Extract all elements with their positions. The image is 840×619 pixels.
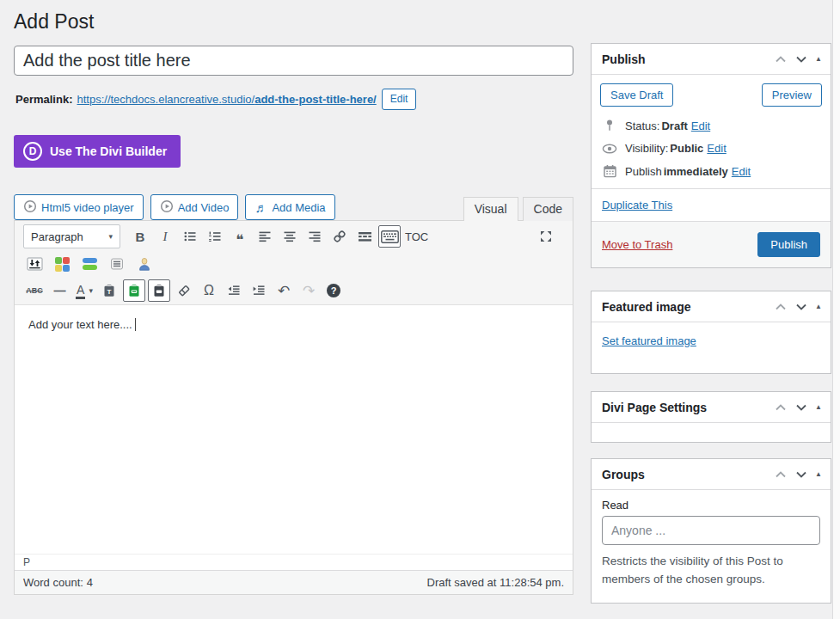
undo-icon: ↶ (278, 282, 290, 300)
schedule-edit-link[interactable]: Edit (732, 165, 751, 178)
paragraph-format-select[interactable]: Paragraph ▾ (23, 224, 120, 248)
notes-button[interactable] (106, 253, 128, 275)
bulleted-list-icon (183, 230, 197, 243)
align-left-icon (258, 230, 272, 243)
chevron-down-icon (797, 304, 806, 309)
scrollbar[interactable] (832, 0, 840, 619)
fullscreen-button[interactable] (535, 225, 557, 248)
editor-content-area[interactable]: Add your text here.... (15, 304, 573, 554)
eraser-icon (177, 284, 191, 297)
toc-button[interactable]: TOC (405, 230, 428, 243)
post-title-input[interactable] (14, 46, 573, 76)
shortcode-bars-button[interactable] (78, 253, 101, 275)
permalink-edit-button[interactable]: Edit (382, 89, 417, 110)
publish-button[interactable]: Publish (757, 232, 820, 257)
toolbar-toggle-button[interactable] (378, 225, 401, 248)
numbered-list-button[interactable] (204, 225, 226, 248)
set-featured-image-link[interactable]: Set featured image (602, 334, 696, 347)
panel-controls: ▲ (772, 301, 824, 313)
move-up-button[interactable] (772, 53, 789, 65)
align-right-icon (308, 230, 322, 243)
redo-button[interactable]: ↷ (297, 279, 320, 302)
paste-as-text-button[interactable]: T (98, 279, 120, 302)
align-left-button[interactable] (254, 225, 276, 248)
schedule-text: PublishimmediatelyEdit (625, 165, 751, 178)
permalink-base: https://techdocs.elancreative.studio/ (77, 93, 254, 106)
read-more-icon (358, 230, 372, 243)
italic-button[interactable]: I (154, 225, 176, 248)
publish-panel-title: Publish (602, 52, 646, 66)
move-down-button[interactable] (793, 401, 810, 414)
editor-mode-tabs: Visual Code (459, 196, 573, 220)
tab-code[interactable]: Code (523, 197, 573, 221)
collapse-toggle-button[interactable]: ▲ (813, 469, 824, 480)
clear-formatting-button[interactable] (173, 279, 195, 302)
collapse-toggle-button[interactable]: ▲ (813, 53, 824, 64)
pin-icon (602, 119, 617, 132)
text-color-button[interactable]: A▾ (73, 279, 95, 302)
tab-visual[interactable]: Visual (463, 197, 518, 221)
bold-button[interactable]: B (129, 225, 151, 248)
author-button[interactable] (133, 253, 156, 275)
save-draft-button[interactable]: Save Draft (600, 83, 673, 107)
word-count: Word count:4 (23, 576, 93, 589)
collapse-toggle-button[interactable]: ▲ (813, 401, 824, 413)
blockquote-button[interactable]: ❝ (229, 225, 251, 248)
align-center-button[interactable] (279, 225, 301, 248)
insert-link-button[interactable] (328, 225, 351, 248)
strikethrough-button[interactable]: ABC (23, 279, 46, 302)
publish-panel-header[interactable]: Publish ▲ (592, 44, 831, 75)
toggle-triangle-icon: ▲ (815, 403, 822, 411)
move-down-button[interactable] (793, 469, 810, 481)
divi-panel-header[interactable]: Divi Page Settings ▲ (592, 392, 831, 423)
move-up-button[interactable] (772, 401, 789, 414)
paste-formatted-button[interactable] (123, 279, 145, 302)
horizontal-rule-button[interactable]: — (48, 279, 71, 302)
divi-panel-body (592, 423, 831, 442)
move-up-button[interactable] (772, 301, 789, 313)
undo-button[interactable]: ↶ (273, 279, 295, 302)
chevron-down-icon (797, 57, 806, 61)
visibility-edit-link[interactable]: Edit (707, 142, 726, 155)
divi-panel-title: Divi Page Settings (602, 401, 707, 414)
chevron-up-icon (776, 405, 785, 409)
duplicate-this-link[interactable]: Duplicate This (602, 199, 672, 211)
add-video-button[interactable]: Add Video (150, 194, 239, 220)
read-more-button[interactable] (353, 225, 376, 248)
editor-status-bar: Word count:4 Draft saved at 11:28:54 pm. (15, 570, 573, 594)
html5-video-player-button[interactable]: Html5 video player (14, 194, 144, 220)
permalink-link[interactable]: https://techdocs.elancreative.studio/add… (77, 93, 376, 106)
align-right-button[interactable] (304, 225, 326, 248)
import-export-button[interactable] (23, 253, 46, 275)
move-down-button[interactable] (793, 301, 810, 313)
groups-panel-title: Groups (602, 468, 645, 481)
increase-indent-button[interactable] (248, 279, 270, 302)
bulleted-list-button[interactable] (179, 225, 201, 248)
status-edit-link[interactable]: Edit (691, 120, 710, 132)
collapse-toggle-button[interactable]: ▲ (813, 301, 824, 312)
groups-panel-header[interactable]: Groups ▲ (592, 459, 831, 490)
add-media-button[interactable]: ♬ Add Media (245, 194, 334, 220)
permalink-slug: add-the-post-title-here/ (254, 93, 377, 106)
panel-controls: ▲ (772, 469, 824, 481)
toggle-triangle-icon: ▲ (815, 55, 822, 63)
paste-as-text-icon: T (102, 284, 116, 297)
featured-image-panel-header[interactable]: Featured image ▲ (592, 291, 831, 322)
use-divi-builder-button[interactable]: D Use The Divi Builder (14, 135, 181, 168)
redo-icon: ↷ (303, 282, 315, 300)
visibility-label: Visibility: (625, 142, 668, 155)
clipboard-button[interactable] (148, 279, 170, 302)
move-down-button[interactable] (793, 53, 810, 65)
groups-read-input[interactable] (602, 516, 820, 545)
element-path[interactable]: P (23, 556, 30, 568)
notepad-icon (110, 257, 124, 271)
decrease-indent-button[interactable] (223, 279, 245, 302)
text-color-icon: A (76, 283, 85, 299)
move-to-trash-link[interactable]: Move to Trash (602, 238, 672, 251)
omega-icon: Ω (204, 283, 214, 298)
move-up-button[interactable] (772, 469, 789, 481)
special-character-button[interactable]: Ω (198, 279, 220, 302)
help-button[interactable]: ? (322, 279, 345, 302)
color-blocks-button[interactable] (51, 253, 73, 275)
preview-button[interactable]: Preview (762, 83, 822, 107)
